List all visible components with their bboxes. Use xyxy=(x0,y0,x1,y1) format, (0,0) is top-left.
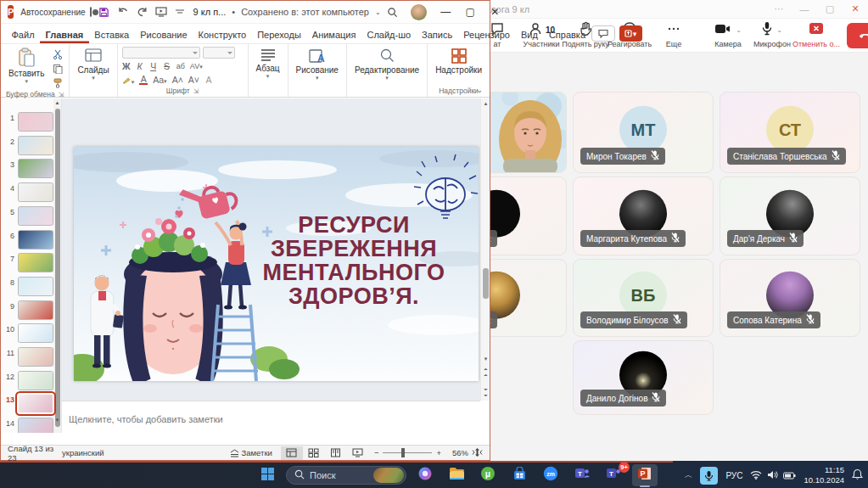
store-taskbar-button[interactable] xyxy=(507,464,532,486)
collapse-ribbon-icon[interactable]: ⌄ xyxy=(476,86,483,94)
participant-tile[interactable]: Маргарита Кутепова xyxy=(573,177,714,255)
comments-button[interactable] xyxy=(591,25,615,42)
taskbar-search-box[interactable]: Поиск xyxy=(286,466,406,485)
microphone-button[interactable]: ⌄Микрофон xyxy=(750,20,794,52)
participant-tile[interactable]: Дар'я Деркач xyxy=(720,177,860,255)
slide-thumbnail[interactable]: 1 xyxy=(4,112,53,132)
language-indicator[interactable]: украинский xyxy=(60,448,104,457)
cancel-button[interactable]: Отменить о... xyxy=(794,20,838,52)
minimize-icon[interactable]: — xyxy=(792,0,817,18)
slide-thumbnail-image[interactable] xyxy=(18,347,53,367)
clear-formatting-button[interactable]: А xyxy=(204,75,213,85)
search-highlight-image[interactable] xyxy=(373,468,404,483)
font-size-select[interactable] xyxy=(203,47,235,59)
ribbon-tab[interactable]: Вставка xyxy=(89,24,135,43)
slide-thumbnail[interactable]: 14 xyxy=(4,418,53,433)
ribbon-tab[interactable]: Рецензиро xyxy=(458,24,516,43)
ribbon-tab[interactable]: Вид xyxy=(515,24,543,43)
slide-sorter-view-button[interactable] xyxy=(303,446,325,460)
slide-thumbnail[interactable]: 5 xyxy=(4,206,53,226)
current-slide[interactable]: РЕСУРСИ ЗБЕРЕЖЕННЯ МЕНТАЛЬНОГО ЗДОРОВ’Я. xyxy=(74,147,479,381)
tray-overflow-icon[interactable]: ︿ xyxy=(684,469,692,481)
ribbon-tab[interactable]: Анимация xyxy=(306,24,361,43)
dialog-launcher-icon[interactable]: ⇲ xyxy=(59,91,64,98)
change-case-button[interactable]: Аа▾ xyxy=(153,75,166,85)
redo-icon[interactable] xyxy=(137,7,148,17)
search-icon[interactable] xyxy=(381,3,404,21)
powerpoint-taskbar-button[interactable]: P xyxy=(632,464,658,486)
slides-button[interactable]: Слайды▾ xyxy=(74,47,112,82)
text-shadow-button[interactable]: аб xyxy=(176,62,185,70)
slide-thumbnail-image[interactable] xyxy=(18,182,53,202)
present-share-button[interactable]: ▾ xyxy=(619,25,642,42)
slide-thumbnail[interactable]: 9 xyxy=(4,300,53,320)
utorrent-taskbar-button[interactable]: µ xyxy=(475,464,501,486)
slide-thumbnail[interactable]: 11 xyxy=(4,347,53,367)
addins-button[interactable]: Надстройки xyxy=(432,47,485,76)
bold-button[interactable]: Ж xyxy=(122,61,131,71)
camera-button[interactable]: ⌄Камера xyxy=(706,20,750,52)
slide-thumbnail-image[interactable] xyxy=(18,230,53,250)
account-avatar[interactable] xyxy=(411,4,427,20)
zoom-slider[interactable] xyxy=(383,452,432,453)
slide-thumbnail-image[interactable] xyxy=(18,253,53,272)
notes-toggle-button[interactable]: Заметки xyxy=(221,448,281,457)
participant-tile[interactable]: МТМирон Токарев xyxy=(573,92,714,173)
dialog-launcher-icon[interactable]: ⇲ xyxy=(193,87,199,95)
next-slide-button[interactable]: ⏷⏷ xyxy=(481,387,490,399)
battery-icon[interactable] xyxy=(783,468,796,483)
slide-thumbnail-image[interactable] xyxy=(18,159,53,178)
leave-button[interactable]: Выйти xyxy=(847,23,868,48)
highlight-pen-icon[interactable]: ▾ xyxy=(122,75,135,86)
slideshow-icon[interactable] xyxy=(155,7,167,17)
participant-tile[interactable]: Данило Догінов xyxy=(573,340,714,415)
notifications-icon[interactable] xyxy=(852,468,863,483)
zoom-out-button[interactable]: − xyxy=(374,448,379,457)
autosave-toggle[interactable] xyxy=(90,7,92,17)
slide-thumbnail-image[interactable] xyxy=(18,277,53,296)
slideshow-view-button[interactable] xyxy=(347,446,369,460)
slide-thumbnail[interactable]: 12 xyxy=(4,371,53,390)
reading-view-button[interactable] xyxy=(325,446,347,460)
more-button[interactable]: Еще xyxy=(652,20,696,52)
drawing-button[interactable]: A Рисование▾ xyxy=(293,47,342,82)
font-name-select[interactable] xyxy=(122,47,200,59)
slide-thumbnail[interactable]: 3 xyxy=(4,159,53,178)
slide-scrollbar[interactable]: ▲ ▼ ⏶⏶ ⏷⏷ xyxy=(480,98,490,401)
thumbnails-scrollbar[interactable]: ▲ ▼ xyxy=(53,98,61,433)
slide-thumbnail-image[interactable] xyxy=(18,394,53,413)
slide-thumbnail[interactable]: 7 xyxy=(4,253,53,272)
cut-icon[interactable] xyxy=(51,48,64,60)
shrink-font-button[interactable]: А˅ xyxy=(188,75,199,85)
maximize-icon[interactable]: ▢ xyxy=(458,2,483,22)
ribbon-tab[interactable]: Рисование xyxy=(135,24,193,43)
fit-slide-button[interactable] xyxy=(468,447,490,459)
slide-thumbnail-image[interactable] xyxy=(18,323,53,343)
underline-button[interactable]: Ч xyxy=(149,61,158,71)
copy-icon[interactable] xyxy=(51,63,64,75)
slide-thumbnail-image[interactable] xyxy=(18,136,53,155)
slide-thumbnail-image[interactable] xyxy=(18,418,53,433)
normal-view-button[interactable] xyxy=(281,446,303,460)
slide-thumbnail[interactable]: 8 xyxy=(4,277,53,296)
zoom-taskbar-button[interactable]: zm xyxy=(538,464,563,486)
strikethrough-button[interactable]: S xyxy=(163,61,171,71)
character-spacing-button[interactable]: AV▾ xyxy=(190,62,203,70)
slide-thumbnail[interactable]: 6 xyxy=(4,230,53,250)
close-icon[interactable]: ✕ xyxy=(483,2,507,22)
ribbon-tab[interactable]: Слайд-шо xyxy=(361,24,417,43)
customize-toolbar-icon[interactable] xyxy=(175,8,185,16)
paragraph-button[interactable]: Абзац▾ xyxy=(253,47,283,81)
slide-thumbnail[interactable]: 13 xyxy=(4,394,53,413)
maximize-icon[interactable]: ▢ xyxy=(817,0,843,18)
wifi-icon[interactable] xyxy=(750,468,762,483)
slide-thumbnail[interactable]: 2 xyxy=(4,136,53,155)
tray-microphone-icon[interactable] xyxy=(700,467,718,485)
explorer-taskbar-button[interactable] xyxy=(444,464,469,486)
previous-slide-button[interactable]: ⏶⏶ xyxy=(481,367,490,379)
grow-font-button[interactable]: А˄ xyxy=(172,75,183,85)
font-color-button[interactable]: А xyxy=(139,76,148,85)
notes-panel[interactable]: Щелкните, чтобы добавить заметки xyxy=(62,401,480,433)
italic-button[interactable]: К xyxy=(136,61,144,71)
paste-button[interactable]: Вставить▾ xyxy=(5,47,48,86)
